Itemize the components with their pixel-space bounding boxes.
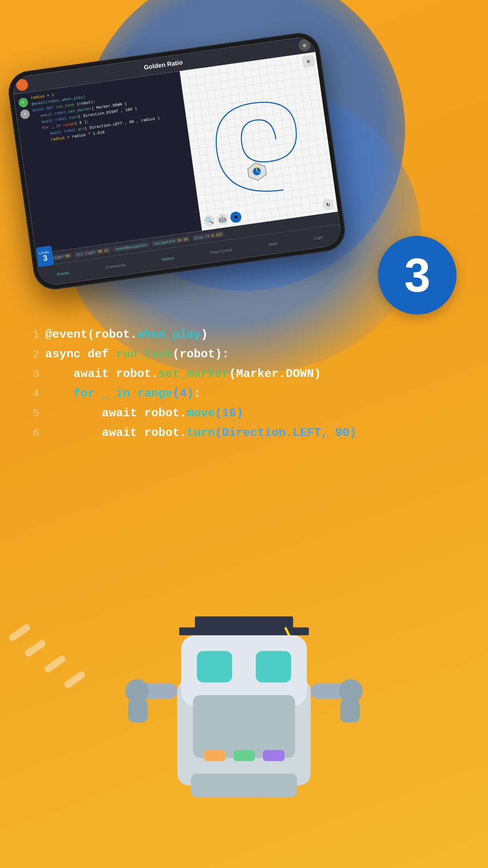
nav-flow[interactable]: Flow Control [210,248,233,255]
line-number-3: 3 [24,368,45,380]
code-variable: radius [30,94,45,100]
zoom-button[interactable]: 🔍 [203,215,216,227]
svg-rect-13 [193,695,295,758]
dashed-path-decoration [0,624,110,703]
app-title: Golden Ratio [143,59,183,72]
svg-rect-15 [233,750,255,761]
phone-device: Golden Ratio ⚙ ▶ ■ radius = 1 [6,30,348,292]
nav-setters[interactable]: Setters [161,256,174,261]
code-block-section: 1 @event(robot.when_play) 2 async def ru… [24,326,464,444]
code-display-line-4: 4 for _ in range(4): [24,385,464,402]
robot-on-canvas [245,159,270,184]
chip-navigate[interactable]: navigateTo 16 16 [151,236,191,247]
dash-4 [8,623,31,642]
chip-play[interactable]: play C4 0.125 [192,231,225,241]
code-display-line-6: 6 await robot.turn(Direction.LEFT, 90) [24,425,464,441]
code-controls: ▶ ■ [18,96,30,120]
dash-2 [43,654,66,673]
nav-commands[interactable]: Commands [105,263,126,270]
dash-1 [24,638,47,658]
phone-screen: Golden Ratio ⚙ ▶ ■ radius = 1 [11,36,342,287]
back-button[interactable] [15,78,29,92]
code-display-line-2: 2 async def run_task(robot): [24,346,464,362]
phone-body: Golden Ratio ⚙ ▶ ■ radius = 1 [6,30,348,292]
level-3-number: 3 [404,252,431,299]
robot-button[interactable]: 🤖 [216,213,229,225]
chip-reset[interactable]: resetNavigation [113,242,150,252]
line-code-3: await robot.set_marker(Marker.DOWN) [45,366,321,382]
nav-events[interactable]: Events [57,270,70,276]
line-code-2: async def run_task(robot): [45,346,229,362]
spiral-visualization [180,52,338,231]
svg-rect-12 [256,651,291,682]
canvas-toolbar-top: ⚙ [302,55,315,68]
level-3-badge: 3 [378,236,457,314]
chip-arc[interactable]: arc right 90 12 [74,247,111,258]
nav-math[interactable]: Math [268,241,278,247]
level-number: 3 [42,254,48,262]
nav-logic[interactable]: Logic [313,235,323,240]
code-panel: ▶ ■ radius = 1 @event(robot.when_play) [13,71,202,254]
dash-3 [63,670,86,689]
circle-button[interactable]: ● [229,211,242,224]
level-badge: LEVEL 3 [36,246,54,267]
svg-rect-19 [128,699,148,723]
canvas-panel: 🔍 🤖 ● ↻ ⚙ [180,52,338,231]
code-display-line-3: 3 await robot.set_marker(Marker.DOWN) [24,366,464,382]
line-number-5: 5 [24,407,45,419]
svg-rect-22 [340,699,360,723]
line-code-5: await robot.move(16) [45,405,243,421]
svg-rect-14 [204,750,226,761]
settings-button[interactable]: ⚙ [298,39,311,52]
play-button[interactable]: ▶ [18,97,29,108]
code-display-line-1: 1 @event(robot.when_play) [24,326,464,343]
line-number-6: 6 [24,427,45,439]
stop-button[interactable]: ■ [20,109,30,120]
line-code-1: @event(robot.when_play) [45,326,208,343]
line-number-4: 4 [24,388,45,400]
svg-rect-4 [195,616,293,628]
line-code-4: for _ in range(4): [45,385,201,402]
svg-rect-16 [263,750,284,761]
svg-rect-11 [197,651,232,682]
svg-rect-25 [191,774,297,797]
line-number-1: 1 [24,329,45,341]
line-number-2: 2 [24,348,45,360]
robot-illustration [106,593,382,868]
code-display-line-5: 5 await robot.move(16) [24,405,464,421]
line-code-6: await robot.turn(Direction.LEFT, 90) [45,425,356,441]
